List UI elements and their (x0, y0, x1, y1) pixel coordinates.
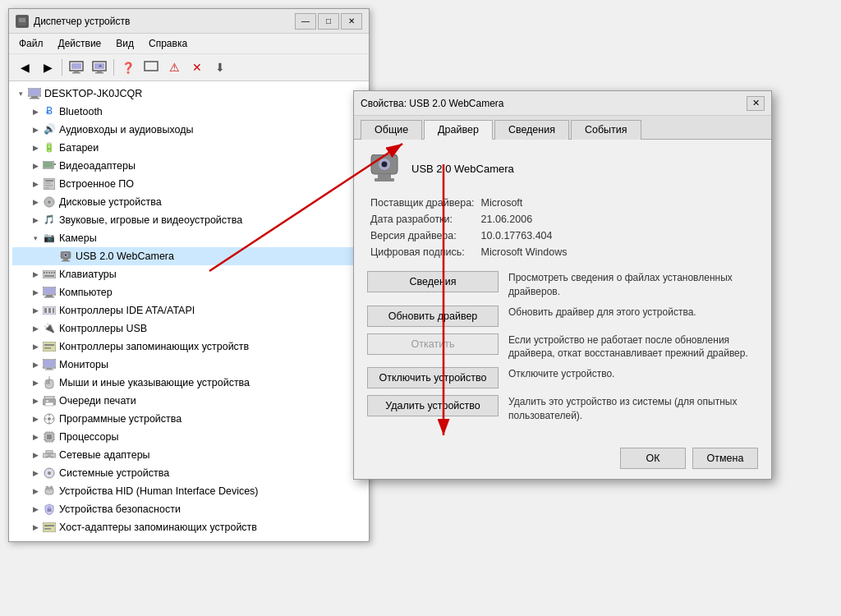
menu-file[interactable]: Файл (12, 35, 50, 52)
toolbar-update[interactable]: ⬇ (209, 57, 231, 78)
tree-keyboards[interactable]: ▶ Клавиатуры (12, 265, 365, 283)
tree-firmware[interactable]: ▶ Встроенное ПО (12, 175, 365, 193)
expand-software[interactable]: ▶ (29, 412, 42, 425)
svg-rect-35 (48, 272, 50, 274)
dialog-close-button[interactable]: ✕ (747, 96, 765, 111)
expand-ide[interactable]: ▶ (29, 304, 42, 317)
bluetooth-icon: Ƀ (42, 104, 57, 119)
properties-dialog: Свойства: USB 2.0 WebCamera ✕ Общие Драй… (353, 90, 772, 480)
expand-bluetooth[interactable]: ▶ (29, 105, 42, 118)
video-label: Видеоадаптеры (59, 158, 136, 174)
toolbar-forward[interactable]: ▶ (37, 57, 58, 78)
toolbar-scan[interactable]: + (89, 57, 110, 78)
action-details-row: Сведения Просмотреть сведения о файлах у… (367, 271, 758, 299)
expand-disk[interactable]: ▶ (29, 195, 42, 209)
tab-driver[interactable]: Драйвер (424, 120, 493, 140)
expand-host-storage[interactable]: ▶ (29, 521, 42, 534)
expand-mice[interactable]: ▶ (29, 376, 42, 389)
menu-view[interactable]: Вид (109, 35, 140, 52)
rollback-button[interactable]: Откатить (367, 333, 499, 355)
expand-network[interactable]: ▶ (29, 448, 42, 462)
svg-rect-9 (95, 72, 103, 74)
menu-help[interactable]: Справка (142, 35, 194, 52)
tree-processors[interactable]: ▶ Процессоры (12, 428, 365, 446)
ok-button[interactable]: ОК (620, 448, 686, 469)
tree-system[interactable]: ▶ Системные устройства (12, 464, 365, 482)
expand-audio[interactable]: ▶ (29, 123, 42, 136)
tree-print[interactable]: ▶ Очереди печати (12, 392, 365, 410)
svg-rect-38 (44, 275, 54, 277)
tree-host-storage[interactable]: ▶ Хост-адаптеры запоминающих устройств (12, 518, 365, 536)
tree-bluetooth[interactable]: ▶ Ƀ Bluetooth (12, 103, 365, 121)
separator-1 (62, 59, 62, 76)
sound-label: Звуковые, игровые и видеоустройства (59, 212, 242, 228)
mice-icon (42, 375, 57, 390)
close-button[interactable]: ✕ (341, 13, 362, 30)
expand-system[interactable]: ▶ (29, 467, 42, 480)
tree-audio[interactable]: ▶ 🔊 Аудиовходы и аудиовыходы (12, 121, 365, 139)
tree-sound[interactable]: ▶ 🎵 Звуковые, игровые и видеоустройства (12, 211, 365, 229)
expand-firmware[interactable]: ▶ (29, 177, 42, 191)
details-button[interactable]: Сведения (367, 271, 499, 292)
expand-cameras[interactable]: ▾ (29, 232, 42, 245)
cancel-button[interactable]: Отмена (692, 448, 758, 469)
toolbar-computer[interactable] (66, 57, 87, 78)
toolbar-back[interactable]: ◀ (14, 57, 35, 78)
expand-keyboards[interactable]: ▶ (29, 268, 42, 281)
disable-device-button[interactable]: Отключить устройство (367, 367, 499, 388)
expand-security[interactable]: ▶ (29, 503, 42, 516)
toolbar-warning[interactable]: ⚠ (163, 57, 185, 78)
svg-rect-1 (19, 18, 25, 22)
menu-action[interactable]: Действие (52, 35, 108, 52)
tree-disk[interactable]: ▶ Дисковые устройства (12, 193, 365, 211)
expand-storage[interactable]: ▶ (29, 340, 42, 353)
expand-processors[interactable]: ▶ (29, 430, 42, 444)
tree-network[interactable]: ▶ Сетевые адаптеры (12, 446, 365, 464)
tree-root[interactable]: ▾ DESKTOP-JK0JCQR (12, 85, 365, 103)
svg-rect-31 (62, 260, 70, 262)
device-tree[interactable]: ▾ DESKTOP-JK0JCQR ▶ Ƀ Bluetooth ▶ 🔊 Ауди… (9, 81, 369, 541)
tree-mice[interactable]: ▶ Мыши и иные указывающие устройства (12, 374, 365, 392)
expand-monitors[interactable]: ▶ (29, 358, 42, 371)
expand-hid[interactable]: ▶ (29, 485, 42, 498)
tab-general[interactable]: Общие (361, 120, 422, 140)
expand-root[interactable]: ▾ (14, 87, 27, 100)
device-manager-window: Диспетчер устройств — □ ✕ Файл Действие … (8, 8, 370, 542)
expand-video[interactable]: ▶ (29, 159, 42, 172)
tree-ide[interactable]: ▶ Контроллеры IDE ATA/ATAPI (12, 301, 365, 319)
tree-security[interactable]: ▶ Устройства безопасности (12, 500, 365, 518)
audio-icon: 🔊 (42, 122, 57, 137)
update-driver-button[interactable]: Обновить драйвер (367, 306, 499, 327)
tree-software[interactable]: ▶ Программные устройства (12, 410, 365, 428)
expand-sound[interactable]: ▶ (29, 214, 42, 227)
svg-rect-11 (145, 62, 158, 71)
svg-rect-18 (53, 163, 56, 165)
svg-rect-46 (53, 308, 54, 313)
tree-usb-ctrl[interactable]: ▶ 🔌 Контроллеры USB (12, 319, 365, 338)
toolbar-delete[interactable]: ✕ (186, 57, 208, 78)
keyboards-label: Клавиатуры (59, 266, 117, 283)
tab-events[interactable]: События (571, 120, 641, 140)
tab-details[interactable]: Сведения (494, 120, 569, 140)
maximize-button[interactable]: □ (318, 13, 339, 30)
hid-label: Устройства HID (Human Interface Devices) (59, 483, 259, 499)
toolbar-monitor[interactable] (140, 57, 162, 78)
tree-video[interactable]: ▶ Видеоадаптеры (12, 157, 365, 175)
tree-monitors[interactable]: ▶ Мониторы (12, 356, 365, 374)
toolbar-help[interactable]: ❓ (117, 57, 139, 78)
tree-hid[interactable]: ▶ Устройства HID (Human Interface Device… (12, 482, 365, 500)
expand-usb-ctrl[interactable]: ▶ (29, 322, 42, 335)
expand-battery[interactable]: ▶ (29, 141, 42, 154)
expand-computer[interactable]: ▶ (29, 286, 42, 299)
tree-cameras[interactable]: ▾ 📷 Камеры (12, 229, 365, 247)
minimize-button[interactable]: — (295, 13, 316, 30)
video-icon (42, 159, 57, 173)
tree-webcam[interactable]: ▶ USB 2.0 WebCamera (12, 247, 365, 265)
tree-computer[interactable]: ▶ Компьютер (12, 283, 365, 301)
svg-rect-13 (29, 89, 40, 95)
main-titlebar: Диспетчер устройств — □ ✕ (9, 9, 369, 34)
expand-print[interactable]: ▶ (29, 394, 42, 407)
tree-storage[interactable]: ▶ Контроллеры запоминающих устройств (12, 338, 365, 356)
tree-battery[interactable]: ▶ 🔋 Батареи (12, 139, 365, 157)
uninstall-device-button[interactable]: Удалить устройство (367, 395, 499, 416)
